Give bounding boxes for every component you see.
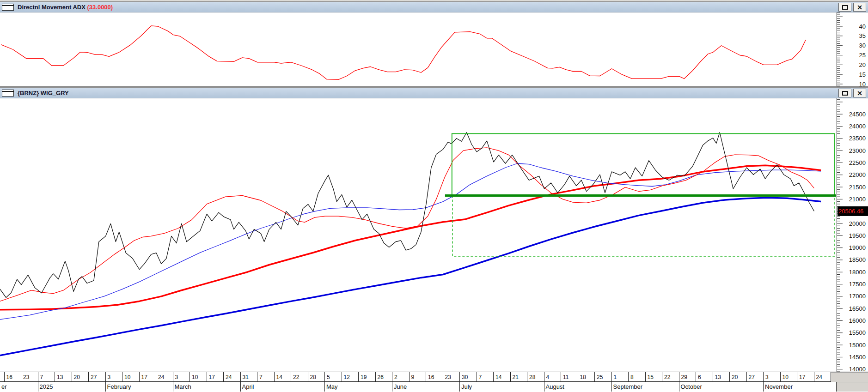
axis-corner xyxy=(831,372,868,382)
price-y-tick-label: 21000 xyxy=(849,196,866,203)
adx-y-tick-label: 35 xyxy=(859,32,866,39)
close-button[interactable]: ✕ xyxy=(853,89,866,97)
adx-y-tick-label: 15 xyxy=(859,71,866,78)
week-label: 3 xyxy=(764,372,781,382)
week-label: 23 xyxy=(443,372,460,382)
price-y-tick-label: 15500 xyxy=(849,329,866,336)
last-price-badge: 20506.46 xyxy=(837,206,868,216)
last-price-value: 20506.46 xyxy=(838,208,863,215)
week-label: 28 xyxy=(527,372,544,382)
price-window-title: {BRNZ} WIG_GRY xyxy=(18,90,69,96)
week-label: 28 xyxy=(308,372,325,382)
price-y-tick-label: 22000 xyxy=(849,171,866,178)
maximize-button[interactable] xyxy=(838,89,851,97)
close-icon: ✕ xyxy=(857,90,862,96)
adx-y-tick-label: 10 xyxy=(859,81,866,87)
maximize-icon xyxy=(842,91,848,96)
month-label: May xyxy=(325,382,392,392)
week-cell-partial xyxy=(0,372,5,382)
week-label: 5 xyxy=(325,372,342,382)
week-label: 3 xyxy=(106,372,123,382)
price-y-tick-label: 15000 xyxy=(849,342,866,349)
week-label: 7 xyxy=(477,372,494,382)
price-y-tick-label: 14000 xyxy=(849,366,866,372)
week-label: 31 xyxy=(241,372,258,382)
time-axis: 1623713202731017243101724317142228512192… xyxy=(0,372,868,392)
week-label: 13 xyxy=(55,372,72,382)
adx-y-tick-label: 30 xyxy=(859,42,866,49)
adx-titlebar[interactable]: Directnl Movement ADX (33.0000) ✕ xyxy=(0,2,868,12)
month-label: October xyxy=(679,382,764,392)
price-y-tick-label: 19500 xyxy=(849,232,866,239)
month-label: September xyxy=(612,382,679,392)
week-labels-row: 1623713202731017243101724317142228512192… xyxy=(0,372,868,382)
week-label: 9 xyxy=(410,372,427,382)
month-label: June xyxy=(392,382,460,392)
week-label: 26 xyxy=(376,372,393,382)
month-label: February xyxy=(106,382,173,392)
adx-plot[interactable]: 10152025303540 xyxy=(0,12,868,86)
week-label: 24 xyxy=(814,372,831,382)
week-label: 24 xyxy=(224,372,241,382)
price-y-tick-label: 17500 xyxy=(849,281,866,288)
system-menu-icon[interactable] xyxy=(2,90,14,96)
week-label: 11 xyxy=(561,372,578,382)
close-icon: ✕ xyxy=(857,4,862,11)
week-label: 25 xyxy=(595,372,612,382)
price-y-tick-label: 18000 xyxy=(849,269,866,276)
price-y-tick-label: 23000 xyxy=(849,147,866,154)
price-plot[interactable]: 1400014500150001550016000165001700017500… xyxy=(0,98,868,372)
adx-window: Directnl Movement ADX (33.0000) ✕ 101520… xyxy=(0,0,868,86)
price-y-tick-label: 24000 xyxy=(849,123,866,130)
week-label: 3 xyxy=(173,372,190,382)
maximize-button[interactable] xyxy=(838,3,851,12)
month-label: er xyxy=(0,382,38,392)
maximize-icon xyxy=(842,5,848,10)
month-label: 2025 xyxy=(38,382,106,392)
week-label: 16 xyxy=(5,372,22,382)
adx-current-value: (33.0000) xyxy=(87,4,113,11)
adx-y-tick-label: 40 xyxy=(859,23,866,30)
month-label: April xyxy=(241,382,325,392)
price-titlebar[interactable]: {BRNZ} WIG_GRY ✕ xyxy=(0,88,868,98)
week-label: 15 xyxy=(646,372,663,382)
week-label: 2 xyxy=(392,372,410,382)
week-label: 4 xyxy=(544,372,562,382)
week-label: 23 xyxy=(21,372,38,382)
week-label: 21 xyxy=(511,372,528,382)
price-y-tick-label: 19000 xyxy=(849,244,866,251)
price-y-tick-label: 16000 xyxy=(849,317,866,324)
week-label: 20 xyxy=(730,372,747,382)
week-label: 13 xyxy=(713,372,730,382)
week-label: 22 xyxy=(291,372,308,382)
week-label: 17 xyxy=(140,372,157,382)
week-label: 30 xyxy=(460,372,477,382)
month-label: August xyxy=(544,382,612,392)
week-label: 14 xyxy=(275,372,292,382)
week-label: 10 xyxy=(190,372,207,382)
week-label: 27 xyxy=(747,372,764,382)
price-y-tick-label: 23500 xyxy=(849,135,866,142)
month-label: July xyxy=(460,382,544,392)
adx-y-tick-label: 20 xyxy=(859,61,866,68)
week-label: 16 xyxy=(426,372,443,382)
axis-corner xyxy=(837,382,868,392)
charting-workspace: Directnl Movement ADX (33.0000) ✕ 101520… xyxy=(0,0,868,392)
month-labels-row: er2025FebruaryMarchAprilMayJuneJulyAugus… xyxy=(0,382,868,392)
price-y-tick-label: 24500 xyxy=(849,111,866,118)
close-button[interactable]: ✕ xyxy=(853,3,866,12)
week-label: 7 xyxy=(38,372,55,382)
price-y-tick-label: 21500 xyxy=(849,184,866,191)
week-label: 7 xyxy=(257,372,275,382)
week-label: 27 xyxy=(89,372,106,382)
week-label: 20 xyxy=(72,372,89,382)
week-label: 1 xyxy=(612,372,629,382)
month-label: November xyxy=(764,382,837,392)
week-label: 10 xyxy=(781,372,798,382)
week-label: 12 xyxy=(342,372,359,382)
price-y-tick-label: 16500 xyxy=(849,305,866,312)
week-label: 10 xyxy=(122,372,140,382)
week-label: 18 xyxy=(578,372,595,382)
price-y-tick-label: 20000 xyxy=(849,220,866,227)
system-menu-icon[interactable] xyxy=(2,4,14,11)
